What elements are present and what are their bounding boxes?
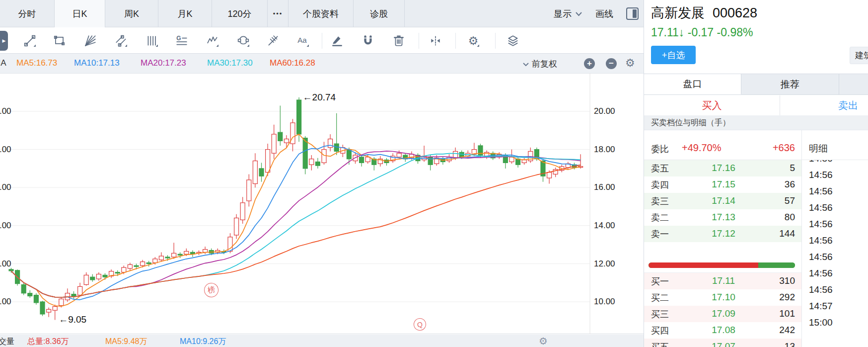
draw-line-button[interactable]: 画线 (595, 8, 613, 20)
bid-label: 买四 (651, 325, 669, 337)
sell-button[interactable]: 卖出 (780, 95, 868, 115)
sell-depth-segment (759, 262, 795, 268)
ask-row-4[interactable]: 卖四 17.15 36 (644, 176, 801, 193)
stock-price-line: 17.11↓ -0.17 -0.98% (651, 26, 753, 39)
layers-icon[interactable] (506, 34, 519, 47)
bid-row-5[interactable]: 买五 17.07 13 (644, 339, 801, 347)
buy-sell-depth-bar (649, 262, 795, 268)
bid-volume: 101 (779, 308, 795, 319)
bid-volume: 242 (779, 325, 795, 336)
ask-row-1[interactable]: 卖一 17.12 144 (644, 226, 801, 242)
trash-icon[interactable] (392, 34, 405, 47)
bid-row-2[interactable]: 买二 17.10 292 (644, 289, 801, 306)
detail-column-header: 明细 (809, 142, 828, 155)
trade-time: 14:56 (809, 202, 833, 213)
tabbar-right-group: 显示 画线 (554, 0, 639, 27)
settings-gear-icon[interactable]: ⚙ (467, 34, 480, 47)
tab-weekly-k[interactable]: 周K (105, 0, 158, 27)
y-axis-label: 14.00 (594, 221, 624, 231)
ask-row-2[interactable]: 卖二 17.13 80 (644, 209, 801, 226)
add-watchlist-button[interactable]: +自选 (651, 46, 696, 64)
zoom-in-button[interactable]: + (584, 58, 595, 69)
vertical-lines-icon[interactable] (145, 34, 158, 47)
parallel-channel-icon[interactable] (115, 34, 128, 47)
bid-price: 17.08 (699, 325, 748, 336)
ask-volume: 57 (785, 195, 795, 206)
trade-time: 14:56 (809, 170, 833, 180)
ask-row-5[interactable]: 卖五 17.16 5 (644, 160, 801, 176)
panel-tabs: 盘口 推荐 (644, 74, 868, 95)
tab-stock-info[interactable]: 个股资料 (289, 0, 354, 27)
horizontal-expand-icon[interactable] (429, 34, 442, 47)
tab-extra[interactable] (839, 74, 868, 94)
tab-diagnose[interactable]: 诊股 (354, 0, 405, 27)
bid-row-3[interactable]: 买三 17.09 101 (644, 306, 801, 322)
volume-ma10: MA10:9.26万 (180, 337, 226, 347)
bid-label: 买一 (651, 275, 669, 287)
weibi-row: 委比 +49.70% +636 明细 (644, 130, 868, 160)
ask-label: 卖一 (651, 228, 669, 240)
tab-tuijian[interactable]: 推荐 (741, 74, 839, 94)
bid-row-4[interactable]: 买四 17.08 242 (644, 322, 801, 339)
y-axis-label: 18.00 (594, 145, 624, 155)
tab-pankou[interactable]: 盘口 (644, 74, 741, 94)
side-panel-toggle-icon[interactable] (626, 7, 639, 20)
ma30-value: MA30:17.30 (207, 58, 253, 68)
trend-line-icon[interactable] (23, 34, 36, 47)
trade-time: 14:56 (809, 252, 833, 262)
y-axis-label-left: 14.00 (0, 221, 20, 231)
display-label: 显示 (554, 8, 572, 20)
svg-text:←20.74: ←20.74 (303, 92, 336, 102)
y-axis-label: 10.00 (594, 297, 624, 307)
ask-price: 17.16 (699, 163, 748, 174)
bid-volume: 13 (785, 341, 795, 347)
ask-volume: 144 (779, 228, 795, 239)
tab-daily-k[interactable]: 日K (55, 0, 105, 27)
tab-monthly-k[interactable]: 月K (158, 0, 212, 27)
display-dropdown[interactable]: 显示 (554, 8, 582, 20)
weibi-percent: +49.70% (682, 142, 722, 154)
rectangle-tool-icon[interactable] (53, 34, 66, 47)
bid-row-1[interactable]: 买一 17.11 310 (644, 273, 801, 289)
kline-chart-area[interactable]: ←20.74←9.05 20.00 18.00 16.00 14.00 12.0… (0, 74, 644, 334)
buy-button[interactable]: 买入 (644, 95, 780, 115)
tab-120min[interactable]: 120分 (212, 0, 268, 27)
bid-price: 17.11 (699, 275, 748, 286)
trade-detail-list[interactable]: 14:56 14:56 14:56 14:56 14:56 14:56 14:5… (802, 160, 868, 347)
ma60-value: MA60:16.28 (270, 58, 315, 68)
candlestick-chart: ←20.74←9.05 (0, 74, 644, 334)
text-tool-icon[interactable]: Aa (296, 34, 309, 47)
zoom-out-button[interactable]: − (606, 58, 617, 69)
fan-lines-icon[interactable] (84, 34, 97, 47)
y-axis-label: 20.00 (594, 106, 624, 116)
ask-label: 卖三 (651, 195, 669, 207)
industry-tag[interactable]: 建筑 (850, 47, 868, 64)
percent-lines-icon[interactable] (267, 34, 280, 47)
y-axis-label-left: 20.00 (0, 106, 20, 116)
more-periods-button[interactable]: ••• (268, 0, 289, 27)
ask-price: 17.13 (699, 212, 748, 223)
ask-row-3[interactable]: 卖三 17.14 57 (644, 193, 801, 209)
weibi-label: 委比 (651, 143, 669, 155)
stock-name: 高新发展 (651, 5, 705, 20)
period-tabbar: 分时 日K 周K 月K 120分 ••• 个股资料 诊股 显示 画线 (0, 0, 644, 27)
volume-settings-gear-icon[interactable]: ⚙ (539, 335, 548, 347)
ask-volume: 5 (790, 163, 795, 174)
ma20-value: MA20:17.23 (141, 58, 186, 68)
adjust-mode-dropdown[interactable]: 前复权 (522, 58, 557, 70)
magnet-icon[interactable] (362, 34, 374, 47)
tab-fenshi[interactable]: 分时 (0, 0, 55, 27)
ma-legend-bar: MA MA5:16.73 MA10:17.13 MA20:17.23 MA30:… (0, 54, 644, 74)
cycle-circle-icon[interactable] (237, 34, 250, 47)
bid-volume: 292 (779, 292, 795, 303)
wave-tool-icon[interactable] (206, 34, 219, 47)
ask-price: 17.12 (699, 228, 748, 239)
gann-lines-icon[interactable]: G (175, 34, 188, 47)
svg-text:←9.05: ←9.05 (59, 314, 86, 325)
y-axis-label: 16.00 (594, 182, 624, 192)
collapse-arrow-icon[interactable]: ▶ (0, 31, 8, 51)
orderbook-subheader: 买卖档位与明细（手） (644, 115, 868, 130)
chart-settings-gear-icon[interactable]: ⚙ (625, 57, 635, 70)
volume-total: 总量:8.36万 (27, 337, 69, 347)
pencil-icon[interactable] (331, 34, 344, 47)
